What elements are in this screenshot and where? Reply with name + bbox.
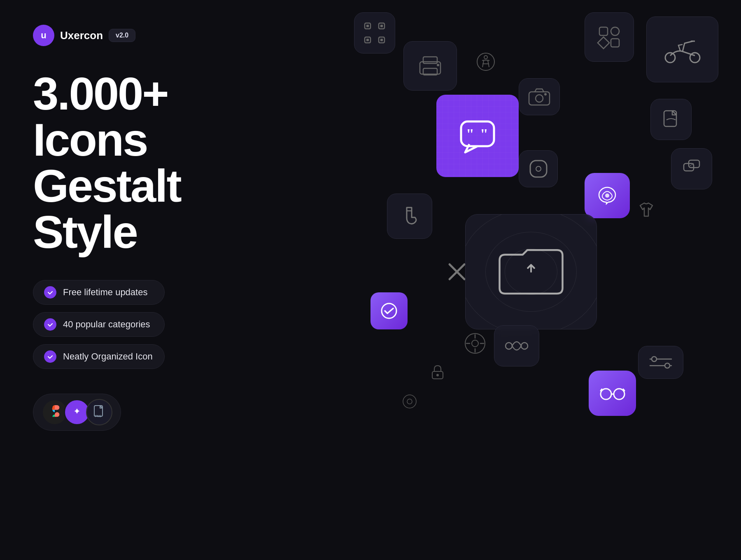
svg-point-31 bbox=[544, 93, 547, 96]
check-icon-2 bbox=[44, 318, 56, 331]
glasses-purple-icon bbox=[589, 371, 636, 416]
components-icon bbox=[585, 12, 634, 62]
feature-item: Neatly Organized Icon bbox=[33, 344, 165, 369]
svg-point-43 bbox=[601, 389, 611, 399]
lock-icon bbox=[428, 362, 447, 381]
svg-point-49 bbox=[403, 395, 416, 408]
folder-icon bbox=[465, 214, 597, 329]
gear-circle-icon bbox=[461, 329, 489, 357]
heading-line2: Gestalt Style bbox=[33, 160, 181, 258]
squircle-icon bbox=[519, 150, 558, 187]
svg-rect-10 bbox=[366, 25, 369, 27]
svg-text:": " bbox=[466, 126, 474, 142]
svg-point-17 bbox=[437, 64, 439, 66]
logo-bar: u Uxercon v2.0 bbox=[33, 25, 288, 46]
feature-item: 40 popular categories bbox=[33, 312, 165, 337]
camera-icon bbox=[519, 78, 560, 115]
svg-point-30 bbox=[536, 95, 543, 102]
logo-name: Uxercon bbox=[60, 29, 103, 42]
scooter-icon bbox=[646, 16, 718, 82]
scan-icon bbox=[354, 12, 395, 54]
accessibility-icon bbox=[473, 49, 498, 74]
tshirt-icon bbox=[634, 198, 659, 222]
svg-rect-21 bbox=[611, 27, 619, 35]
svg-rect-47 bbox=[530, 161, 547, 177]
svg-point-51 bbox=[652, 357, 657, 362]
svg-point-41 bbox=[506, 343, 512, 349]
svg-point-44 bbox=[614, 389, 624, 399]
feature-text-3: Neatly Organized Icon bbox=[63, 351, 153, 362]
feature-text-1: Free lifetime updates bbox=[63, 287, 147, 298]
svg-point-50 bbox=[407, 399, 412, 404]
svg-text:PNG: PNG bbox=[95, 415, 102, 418]
logo-letter: u bbox=[41, 30, 46, 41]
svg-point-42 bbox=[521, 343, 528, 349]
svg-rect-20 bbox=[599, 27, 608, 35]
printer-icon bbox=[403, 41, 457, 91]
svg-rect-13 bbox=[380, 39, 383, 41]
sliders-icon bbox=[638, 346, 683, 379]
check-icon-1 bbox=[44, 286, 56, 299]
version-badge: v2.0 bbox=[109, 29, 135, 42]
svg-point-46 bbox=[436, 374, 439, 376]
checkmark-purple-icon bbox=[370, 292, 408, 329]
features-list: Free lifetime updates 40 popular categor… bbox=[33, 280, 288, 369]
share-icon bbox=[671, 148, 712, 189]
png-format-icon: PNG bbox=[86, 399, 112, 425]
svg-point-25 bbox=[690, 53, 700, 63]
svg-rect-22 bbox=[598, 37, 609, 49]
svg-point-24 bbox=[665, 53, 675, 63]
icons-area: " " bbox=[288, 0, 741, 560]
svg-rect-23 bbox=[611, 39, 619, 47]
feature-item: Free lifetime updates bbox=[33, 280, 165, 305]
svg-rect-15 bbox=[423, 57, 437, 63]
svg-rect-11 bbox=[380, 25, 383, 27]
main-heading: 3.000+ Icons Gestalt Style bbox=[33, 71, 288, 255]
svg-point-19 bbox=[484, 56, 487, 59]
logo-icon: u bbox=[33, 25, 54, 46]
sock-icon bbox=[387, 194, 432, 239]
route-icon bbox=[494, 325, 539, 366]
check-icon-3 bbox=[44, 350, 56, 363]
svg-point-48 bbox=[536, 166, 541, 171]
svg-point-36 bbox=[472, 340, 478, 347]
heading-line1: 3.000+ Icons bbox=[33, 68, 168, 166]
svg-point-34 bbox=[382, 303, 396, 318]
svg-rect-12 bbox=[366, 39, 369, 41]
format-badges: PNG bbox=[33, 394, 121, 431]
feature-text-2: 40 popular categories bbox=[63, 319, 150, 330]
svg-text:": " bbox=[480, 126, 488, 142]
small-settings-icon bbox=[399, 391, 420, 412]
ai-icon bbox=[585, 173, 630, 218]
svg-point-32 bbox=[605, 194, 609, 198]
svg-point-52 bbox=[665, 363, 670, 368]
chat-quote-icon: " " bbox=[436, 95, 519, 177]
hero-section: u Uxercon v2.0 3.000+ Icons Gestalt Styl… bbox=[33, 25, 288, 431]
file-icon bbox=[650, 99, 692, 140]
svg-point-0 bbox=[76, 410, 78, 412]
